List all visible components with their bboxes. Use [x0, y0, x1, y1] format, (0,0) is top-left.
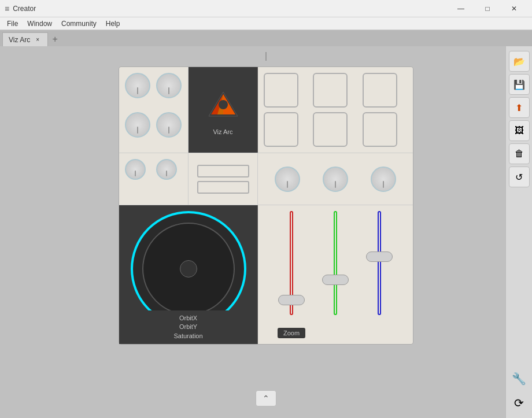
slider-blue-track	[378, 211, 381, 315]
knob-2[interactable]	[156, 73, 182, 98]
tab-add-button[interactable]: +	[48, 32, 62, 46]
knob-8[interactable]	[323, 167, 348, 192]
right-sidebar: 📂 💾 ⬆ 🖼 🗑 ↺ 🔧 ⟳	[505, 46, 532, 418]
slider-red-handle[interactable]	[278, 295, 305, 305]
save-icon: 💾	[513, 79, 525, 90]
jog-label-line3: Saturation	[125, 332, 252, 341]
jog-label: OrbitX OrbitY Saturation	[125, 314, 252, 341]
save-button[interactable]: 💾	[509, 74, 530, 95]
close-button[interactable]: ✕	[501, 0, 527, 17]
minimize-button[interactable]: —	[448, 0, 474, 17]
device-bottom-section: OrbitX OrbitY Saturation Zoom	[119, 205, 413, 344]
delete-button[interactable]: 🗑	[509, 143, 530, 164]
sliders-panel: Zoom	[258, 205, 413, 344]
wrench-button[interactable]: 🔧	[509, 368, 530, 389]
slider-blue-container	[378, 211, 381, 338]
square-btn-5[interactable]	[313, 112, 348, 147]
collapse-icon: ⌃	[263, 394, 269, 403]
slider-green-handle[interactable]	[322, 275, 349, 285]
jog-label-line1: OrbitX	[125, 314, 252, 323]
wrench-icon: 🔧	[512, 372, 526, 386]
delete-icon: 🗑	[515, 149, 524, 159]
maximize-button[interactable]: □	[474, 0, 501, 17]
collapse-button[interactable]: ⌃	[256, 390, 276, 406]
upload-icon: ⬆	[515, 102, 523, 113]
viz-arc-svg	[206, 87, 241, 122]
viz-arc-logo	[203, 84, 243, 125]
image-button[interactable]: 🖼	[509, 120, 530, 141]
knob-9[interactable]	[371, 167, 396, 192]
jog-wheel-center	[180, 260, 197, 278]
svg-point-4	[219, 100, 228, 109]
slider-blue-handle[interactable]	[366, 251, 393, 262]
knob-3[interactable]	[125, 112, 150, 138]
square-btn-6[interactable]	[363, 112, 397, 147]
device-middle-section	[119, 153, 413, 205]
device-panel: Viz Arc	[119, 66, 413, 345]
jog-wheel-inner	[142, 223, 235, 315]
rect-btn-panel	[189, 153, 258, 205]
square-btn-1[interactable]	[264, 73, 298, 108]
jog-label-box: OrbitX OrbitY Saturation	[119, 310, 257, 344]
viz-arc-panel: Viz Arc	[189, 67, 258, 153]
slider-red-container: Zoom	[290, 211, 293, 338]
app-title: Creator	[13, 5, 448, 13]
menu-window[interactable]: Window	[23, 17, 57, 29]
jog-wheel-outer[interactable]	[131, 211, 246, 327]
image-icon: 🖼	[515, 125, 524, 136]
menu-community[interactable]: Community	[57, 17, 101, 29]
rect-btn-1[interactable]	[197, 165, 249, 177]
square-buttons-panel	[258, 67, 413, 153]
knob-7[interactable]	[275, 167, 300, 192]
tab-bar: Viz Arc × +	[0, 30, 532, 46]
refresh-button[interactable]: ↺	[509, 167, 530, 187]
main-area: Viz Arc	[0, 46, 532, 418]
slider-green-container	[334, 211, 337, 338]
sidebar-bottom: 🔧 ⟳	[509, 368, 530, 413]
open-button[interactable]: 📂	[509, 51, 530, 72]
app-icon: ≡	[5, 4, 9, 13]
refresh-icon: ↺	[515, 172, 523, 183]
title-bar: ≡ Creator — □ ✕	[0, 0, 532, 17]
tab-close-button[interactable]: ×	[34, 36, 42, 44]
open-icon: 📂	[513, 56, 525, 67]
device-top-section: Viz Arc	[119, 67, 413, 153]
knob-1[interactable]	[125, 73, 150, 98]
slider-zoom-label: Zoom	[278, 328, 305, 338]
jog-label-line2: OrbitY	[125, 323, 252, 331]
jog-wheel-panel: OrbitX OrbitY Saturation	[119, 205, 258, 344]
knob-panel-middle-left	[119, 153, 189, 205]
knob-panel-middle-right	[258, 153, 413, 205]
square-btn-2[interactable]	[313, 73, 348, 108]
sync-icon: ⟳	[514, 396, 524, 410]
upload-button[interactable]: ⬆	[509, 97, 530, 118]
content-area: Viz Arc	[0, 46, 532, 418]
menu-file[interactable]: File	[2, 17, 23, 29]
knob-5[interactable]	[125, 159, 146, 180]
window-controls: — □ ✕	[448, 0, 527, 17]
connector-line	[265, 52, 267, 61]
tab-label: Viz Arc	[9, 36, 30, 44]
viz-arc-label: Viz Arc	[213, 128, 232, 135]
tab-viz-arc[interactable]: Viz Arc ×	[2, 32, 48, 46]
slider-green-track	[334, 211, 337, 315]
knob-6[interactable]	[156, 159, 177, 180]
rect-btn-2[interactable]	[197, 181, 249, 194]
square-btn-3[interactable]	[363, 73, 397, 108]
sync-button[interactable]: ⟳	[509, 393, 530, 413]
square-btn-4[interactable]	[264, 112, 298, 147]
knob-panel-top-left	[119, 67, 189, 153]
menu-bar: File Window Community Help	[0, 17, 532, 30]
menu-help[interactable]: Help	[101, 17, 125, 29]
knob-4[interactable]	[156, 112, 182, 138]
